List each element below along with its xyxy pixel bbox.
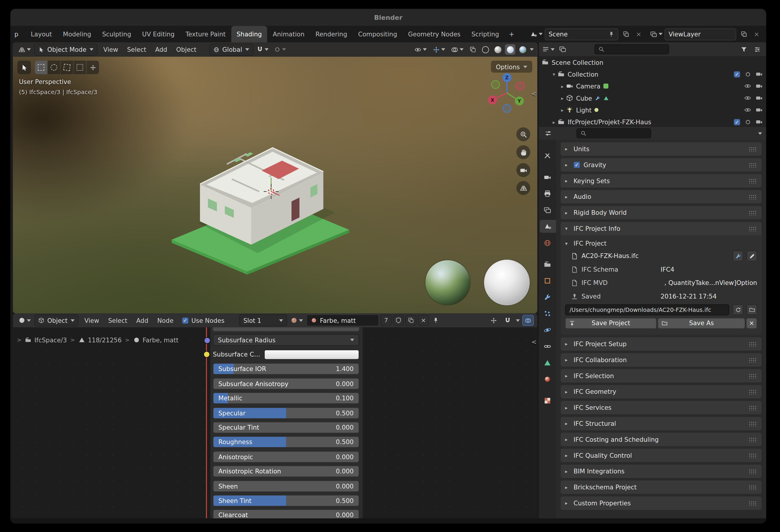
ifc-rename-pencil-button[interactable]	[746, 251, 757, 261]
node-slider-specular-tint[interactable]: Specular Tint 0.000	[213, 422, 359, 433]
funnel-filter-icon[interactable]	[738, 44, 749, 55]
panel-ifc-services[interactable]: ▸ IFC Services	[561, 401, 762, 414]
material-name-field[interactable]: Farbe, matt	[306, 314, 379, 326]
workspace-tab-animation[interactable]: Animation	[267, 26, 310, 42]
panel-grip-handle[interactable]	[749, 405, 757, 410]
checkbox-checked[interactable]: ✓	[182, 317, 189, 324]
disable-render-camera-icon[interactable]	[756, 94, 763, 101]
menu-select[interactable]: Select	[104, 315, 132, 326]
properties-tab-object[interactable]	[540, 274, 555, 287]
panel-gravity[interactable]: ▸ ✓ Gravity	[561, 158, 762, 172]
panel-grip-handle[interactable]	[749, 210, 757, 215]
display-mode-icon[interactable]	[557, 44, 568, 55]
panel-grip-handle[interactable]	[749, 485, 757, 490]
subsurface-radius-dropdown[interactable]: Subsurface Radius	[213, 334, 359, 346]
properties-options-chevron-icon[interactable]	[758, 132, 762, 134]
breadcrumb-item-ifcspace-3[interactable]: IfcSpace/3	[25, 336, 67, 343]
properties-tab-view-layer[interactable]	[540, 203, 555, 216]
menu-node[interactable]: Node	[153, 315, 178, 326]
panel-grip-handle[interactable]	[749, 162, 757, 167]
workspace-tab-texture-paint[interactable]: Texture Paint	[180, 26, 231, 42]
select-tweak-tool[interactable]	[17, 61, 31, 74]
properties-tab-particles[interactable]	[540, 307, 555, 320]
ifc-file-path-field[interactable]: /Users/chuongmep/Downloads/AC20-FZK-Haus…	[565, 304, 729, 315]
outliner-row-camera[interactable]: ▸Camera	[539, 80, 766, 92]
properties-tab-tool[interactable]	[540, 149, 555, 162]
overlays-toggle-icon[interactable]	[449, 46, 466, 53]
panel-ifc-project-info[interactable]: ▾ IFC Project Info	[561, 222, 762, 235]
disable-render-camera-icon[interactable]	[756, 83, 763, 90]
node-slider-metallic[interactable]: Metallic 0.100	[213, 393, 359, 404]
exclude-checkbox[interactable]: ✓	[734, 71, 740, 78]
shading-options-chevron-icon[interactable]	[530, 48, 534, 51]
save-as-button[interactable]: Save As	[658, 318, 745, 329]
save-project-button[interactable]: Save Project	[565, 318, 657, 329]
view-layer-icon[interactable]	[650, 29, 663, 40]
panel-grip-handle[interactable]	[749, 437, 757, 442]
panel-grip-handle[interactable]	[749, 421, 757, 426]
panel-grip-handle[interactable]	[749, 179, 757, 184]
chevron-right-icon[interactable]: ▸	[559, 84, 566, 89]
scene-name-field[interactable]: Scene	[545, 28, 619, 40]
modifier-wrench-icon[interactable]	[595, 95, 600, 101]
holdout-circle-icon[interactable]	[745, 71, 751, 78]
workspace-tab-sculpting[interactable]: Sculpting	[97, 26, 137, 42]
shader-type-dropdown[interactable]: Object	[34, 314, 79, 326]
mode-dropdown[interactable]: Object Mode	[34, 44, 97, 55]
panel-grip-handle[interactable]	[749, 389, 757, 394]
go-to-parent-node-icon[interactable]	[488, 315, 499, 326]
menu-object[interactable]: Object	[172, 44, 201, 55]
panel-audio[interactable]: ▸ Audio	[561, 190, 762, 203]
shading-material-preview-icon[interactable]	[505, 44, 515, 55]
sidebar-collapse-arrow[interactable]: <	[531, 338, 536, 346]
properties-search-input[interactable]	[576, 129, 651, 139]
properties-tab-output[interactable]	[540, 187, 555, 200]
orthographic-toggle-button[interactable]	[516, 181, 530, 195]
fake-user-shield-icon[interactable]	[393, 315, 404, 326]
sidebar-collapse-arrow[interactable]: <	[531, 90, 536, 97]
exclude-checkbox[interactable]: ✓	[734, 118, 740, 125]
workspace-tab-uv-editing[interactable]: UV Editing	[137, 26, 180, 42]
outliner-row-collection[interactable]: ▾Collection✓	[539, 68, 766, 80]
panel-ifc-structural[interactable]: ▸ IFC Structural	[561, 417, 762, 430]
node-slider-sheen-tint[interactable]: Sheen Tint 0.500	[213, 495, 359, 506]
panel-keying-sets[interactable]: ▸ Keying Sets	[561, 174, 762, 187]
snap-options-chevron-icon[interactable]	[516, 319, 520, 321]
properties-tab-physics[interactable]	[540, 324, 555, 336]
panel-ifc-project-setup[interactable]: ▸ IFC Project Setup	[561, 337, 762, 351]
mesh-data-icon[interactable]	[604, 95, 609, 101]
show-object-types-eye-icon[interactable]	[412, 46, 429, 53]
panel-grip-handle[interactable]	[749, 146, 757, 151]
properties-tab-material[interactable]	[540, 373, 555, 386]
view-layer-name-field[interactable]: ViewLayer	[665, 28, 736, 40]
panel-rigid-body-world[interactable]: ▸ Rigid Body World	[561, 206, 762, 219]
select-box-tool[interactable]	[35, 61, 47, 74]
properties-tab-render[interactable]	[540, 171, 555, 184]
outliner[interactable]: Scene Collection▾Collection✓▸Camera▸Cube…	[539, 42, 766, 127]
gizmos-toggle-icon[interactable]	[431, 46, 447, 53]
chevron-down-icon[interactable]: ▾	[550, 71, 557, 77]
panel-ifc-selection[interactable]: ▸ IFC Selection	[561, 369, 762, 382]
workspace-tab-shading[interactable]: Shading	[231, 26, 267, 42]
menu-add[interactable]: Add	[151, 44, 172, 55]
xray-toggle-icon[interactable]	[468, 46, 478, 53]
node-slider-anisotropic[interactable]: Anisotropic 0.000	[213, 451, 359, 463]
overlays-toggle-icon[interactable]	[522, 315, 534, 326]
menu-view[interactable]: View	[99, 44, 123, 55]
panel-grip-handle[interactable]	[749, 469, 757, 474]
editor-type-viewport-icon[interactable]	[16, 46, 33, 53]
matcap-preview-sphere[interactable]	[484, 260, 530, 306]
chevron-right-icon[interactable]: ▸	[559, 107, 566, 112]
vector-socket[interactable]	[204, 337, 210, 344]
breadcrumb-item-118-21256[interactable]: 118/21256	[79, 336, 121, 343]
panel-bim-integrations[interactable]: ▸ BIM Integrations	[561, 465, 762, 478]
color-socket[interactable]	[204, 351, 210, 358]
editor-type-properties-icon[interactable]	[543, 128, 554, 139]
menu-select[interactable]: Select	[123, 44, 151, 55]
workspace-tab-modeling[interactable]: Modeling	[57, 26, 97, 42]
panel-brickschema-project[interactable]: ▸ Brickschema Project	[561, 481, 762, 494]
light-data-icon[interactable]	[594, 108, 598, 112]
cursor-tool[interactable]	[74, 61, 86, 74]
properties-tab-constraints[interactable]	[540, 340, 555, 353]
ifc-edit-wrench-button[interactable]	[733, 251, 743, 261]
